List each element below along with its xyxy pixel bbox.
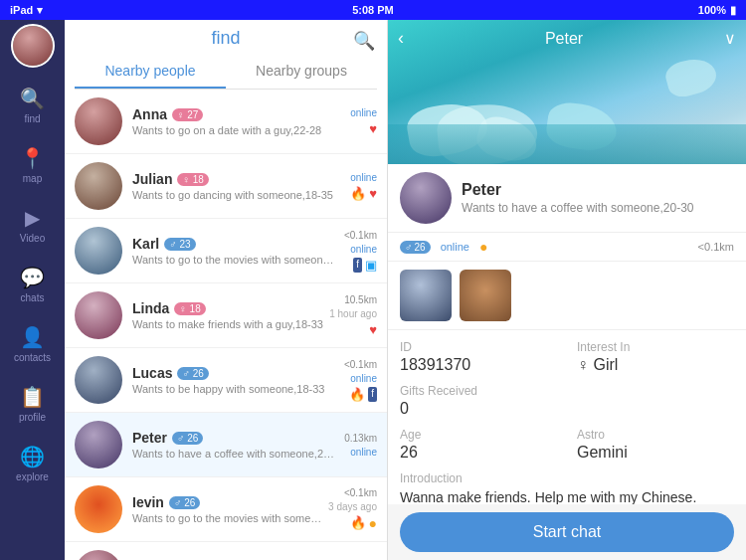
battery-icon: ▮ bbox=[730, 4, 736, 17]
photos-row bbox=[388, 262, 746, 330]
photo-thumb[interactable] bbox=[400, 270, 452, 321]
sidebar-item-map[interactable]: 📍 map bbox=[0, 135, 65, 195]
list-item[interactable]: Julian ♀ 18 Wants to go dancing with som… bbox=[65, 154, 387, 219]
profile-status-row: ♂ 26 online ● <0.1km bbox=[388, 233, 746, 262]
sidebar-item-explore[interactable]: 🌐 explore bbox=[0, 434, 65, 493]
status-left: iPad ▾ bbox=[10, 4, 43, 17]
person-status: 3 days ago bbox=[328, 501, 377, 512]
person-info: Anna ♀ 27 Wants to go on a date with a g… bbox=[132, 106, 345, 136]
person-status: online bbox=[350, 373, 377, 384]
carrier-label: iPad bbox=[10, 4, 33, 16]
facebook-icon: f bbox=[353, 258, 362, 273]
interest-value: ♀ Girl bbox=[577, 356, 734, 374]
find-header: find 🔍 Nearby people Nearby groups bbox=[65, 20, 387, 90]
person-desc: Wants to go on a date with a guy,22-28 bbox=[132, 124, 345, 136]
find-icon: 🔍 bbox=[20, 87, 45, 110]
list-item[interactable]: Linda ♀ 18 Wants to make friends with a … bbox=[65, 283, 387, 348]
wifi-icon: ▾ bbox=[37, 4, 43, 17]
detail-grid: ID 18391370 Interest In ♀ Girl Gifts Rec… bbox=[400, 340, 734, 462]
sidebar-item-chats[interactable]: 💬 chats bbox=[0, 255, 65, 314]
find-panel: find 🔍 Nearby people Nearby groups Anna … bbox=[65, 20, 388, 560]
more-button[interactable]: ∨ bbox=[724, 29, 736, 48]
people-list: Anna ♀ 27 Wants to go on a date with a g… bbox=[65, 90, 387, 560]
list-item[interactable]: Peter ♂ 26 Wants to have a coffee with s… bbox=[65, 413, 387, 477]
gifts-value: 0 bbox=[400, 400, 557, 418]
tab-nearby-people[interactable]: Nearby people bbox=[75, 55, 226, 89]
gender-badge: ♂ 26 bbox=[172, 432, 203, 445]
person-name: Anna bbox=[132, 106, 167, 122]
sidebar-item-profile[interactable]: 📋 profile bbox=[0, 374, 65, 434]
person-info: Peter ♂ 26 Wants to have a coffee with s… bbox=[132, 430, 339, 460]
gender-badge: ♂ 26 bbox=[169, 496, 200, 509]
list-item[interactable]: Lucas ♂ 26 Wants to be happy with someon… bbox=[65, 348, 387, 413]
sidebar-find-label: find bbox=[24, 113, 40, 124]
profile-header-title: Peter bbox=[545, 30, 583, 48]
profile-header: ‹ Peter ∨ bbox=[388, 20, 746, 164]
person-icons: 🔥 ● bbox=[350, 515, 377, 531]
profile-text: Peter Wants to have a coffee with someon… bbox=[462, 181, 693, 215]
id-field: ID 18391370 bbox=[400, 340, 557, 374]
dist-badge: 10.5km bbox=[344, 294, 377, 305]
sidebar-item-find[interactable]: 🔍 find bbox=[0, 76, 65, 135]
social-icon: ▣ bbox=[365, 258, 377, 273]
dist-badge: <0.1km bbox=[344, 359, 377, 370]
age-value: 26 bbox=[400, 444, 557, 462]
search-icon[interactable]: 🔍 bbox=[353, 30, 375, 52]
person-icons: ♥ bbox=[369, 322, 377, 337]
name-row: Ievin ♂ 26 bbox=[132, 494, 323, 510]
list-item[interactable]: Ievin ♂ 26 Wants to go to the movies wit… bbox=[65, 477, 387, 542]
gifts-field: Gifts Received 0 bbox=[400, 384, 557, 418]
sidebar-chats-label: chats bbox=[21, 292, 45, 303]
person-status: online bbox=[350, 172, 377, 183]
battery-label: 100% bbox=[698, 4, 726, 16]
person-desc: Wants to have a coffee with someone,20-3… bbox=[132, 448, 339, 460]
age-badge: ♂ 26 bbox=[400, 241, 431, 254]
list-item[interactable]: Karl ♂ 23 Wants to go to the movies with… bbox=[65, 219, 387, 283]
person-info: Linda ♀ 18 Wants to make friends with a … bbox=[132, 300, 324, 330]
person-icons: 🔥 ♥ bbox=[350, 186, 377, 201]
profile-details: ID 18391370 Interest In ♀ Girl Gifts Rec… bbox=[388, 330, 746, 504]
profile-icon: 📋 bbox=[20, 385, 45, 409]
list-item[interactable]: Anna ♀ 27 Wants to go on a date with a g… bbox=[65, 90, 387, 154]
fire-icon: 🔥 bbox=[350, 186, 366, 201]
gender-badge: ♀ 18 bbox=[174, 302, 205, 315]
person-name: Lucas bbox=[132, 365, 172, 381]
fire-icon: 🔥 bbox=[349, 387, 365, 402]
sidebar-item-video[interactable]: ▶ Video bbox=[0, 195, 65, 255]
photo-thumb[interactable] bbox=[460, 270, 511, 321]
start-chat-button[interactable]: Start chat bbox=[400, 512, 734, 552]
tab-nearby-groups[interactable]: Nearby groups bbox=[226, 55, 377, 89]
person-icons: f ▣ bbox=[353, 258, 377, 273]
name-row: Karl ♂ 23 bbox=[132, 236, 339, 252]
person-info: Karl ♂ 23 Wants to go to the movies with… bbox=[132, 236, 339, 266]
avatar bbox=[75, 421, 122, 468]
avatar bbox=[75, 227, 122, 275]
name-row: Peter ♂ 26 bbox=[132, 430, 339, 446]
facebook-icon: f bbox=[368, 387, 377, 402]
tabs: Nearby people Nearby groups bbox=[75, 55, 377, 90]
blank-field bbox=[577, 384, 734, 418]
back-button[interactable]: ‹ bbox=[398, 28, 404, 49]
name-row: Julian ♀ 18 bbox=[132, 171, 345, 187]
person-meta: 0.13km online bbox=[344, 433, 377, 458]
person-status: 1 hour ago bbox=[329, 308, 377, 319]
profile-main-info: Peter Wants to have a coffee with someon… bbox=[388, 164, 746, 233]
sidebar-item-contacts[interactable]: 👤 contacts bbox=[0, 314, 65, 374]
interest-label: Interest In bbox=[577, 340, 734, 354]
list-item[interactable]: Su ♀ Please read Help first. It provides… bbox=[65, 542, 387, 560]
avatar bbox=[75, 356, 122, 404]
dist-badge: 0.13km bbox=[344, 433, 377, 444]
person-desc: Wants to go dancing with someone,18-35 bbox=[132, 189, 345, 201]
avatar[interactable] bbox=[11, 24, 55, 68]
explore-icon: 🌐 bbox=[20, 445, 45, 468]
heart-icon: ♥ bbox=[369, 186, 377, 201]
name-row: Anna ♀ 27 bbox=[132, 106, 345, 122]
app-container: 🔍 find 📍 map ▶ Video 💬 chats 👤 contacts … bbox=[0, 20, 746, 560]
person-meta: 10.5km 1 hour ago ♥ bbox=[329, 294, 377, 337]
person-meta: online 🔥 ♥ bbox=[350, 172, 377, 201]
profile-avatar bbox=[400, 172, 452, 224]
chats-icon: 💬 bbox=[20, 266, 45, 289]
name-row: Lucas ♂ 26 bbox=[132, 365, 339, 381]
person-meta: <0.1km online f ▣ bbox=[344, 230, 377, 273]
intro-field: Introduction Wanna make friends. Help me… bbox=[400, 471, 734, 504]
